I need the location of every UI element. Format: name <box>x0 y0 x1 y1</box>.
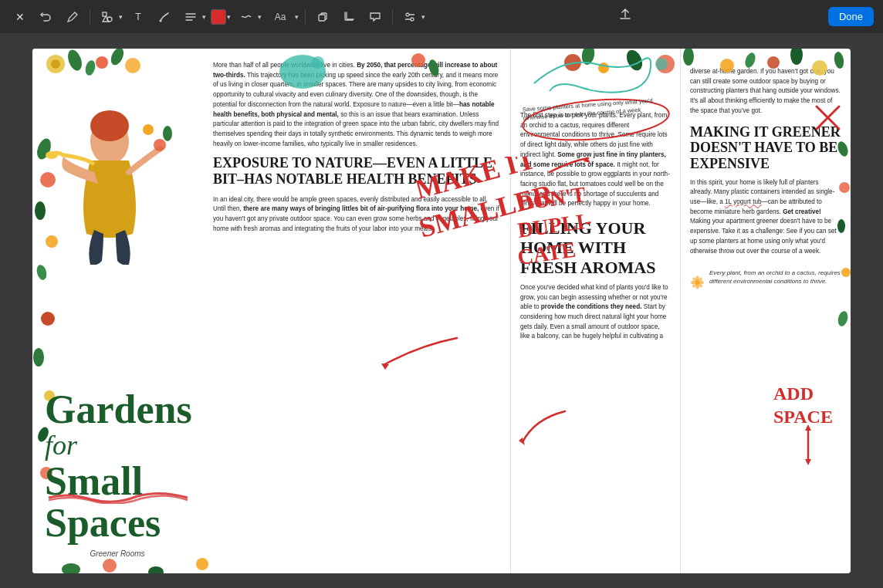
color-swatch[interactable] <box>211 9 226 25</box>
shapes-group[interactable]: ▾ <box>96 6 123 28</box>
plant-intro-paragraph: The first step is to pick your plants. E… <box>520 111 671 209</box>
svg-point-5 <box>411 18 414 21</box>
undo-button[interactable] <box>36 6 57 28</box>
document-page: Gardens for Small Spaces Greener Rooms M… <box>32 49 851 573</box>
svg-point-4 <box>406 13 409 16</box>
caption-button[interactable] <box>364 6 386 28</box>
title-line-1: Gardens <box>45 389 190 431</box>
svg-point-41 <box>46 151 58 159</box>
divider-2 <box>305 9 306 25</box>
content-area: Gardens for Small Spaces Greener Rooms M… <box>0 34 883 588</box>
title-line-2: for <box>45 431 190 461</box>
shapes-button[interactable] <box>96 6 118 28</box>
svg-point-43 <box>163 126 172 141</box>
section-paragraph: In an ideal city, there would be ample g… <box>213 195 499 235</box>
filling-paragraph: Once you've decided what kind of plants … <box>520 283 671 342</box>
toolbar: ✕ ▾ T <box>0 0 883 34</box>
making-paragraph: In this spirit, your home is likely full… <box>690 178 841 257</box>
share-button[interactable] <box>618 8 632 25</box>
line-style-group[interactable]: ▾ <box>235 6 262 28</box>
format-button[interactable] <box>180 6 201 28</box>
format-group[interactable]: ▾ <box>180 6 206 28</box>
title-line-4: Spaces <box>45 502 190 545</box>
svg-point-44 <box>143 124 154 135</box>
font-button[interactable]: Aa <box>266 6 294 28</box>
caption-area: Every plant, from an orchid to a cactus,… <box>690 269 841 296</box>
right-intro-paragraph: diverse at-home garden. If you haven't g… <box>690 67 841 117</box>
color-group[interactable]: ▾ <box>211 9 231 25</box>
divider-1 <box>90 9 90 25</box>
svg-rect-3 <box>319 15 325 21</box>
close-button[interactable]: ✕ <box>9 6 31 28</box>
svg-text:ADD: ADD <box>773 384 814 404</box>
text-button[interactable]: T <box>127 6 149 28</box>
done-button[interactable]: Done <box>828 7 874 26</box>
duplicate-button[interactable] <box>312 6 333 28</box>
draw-button[interactable] <box>154 6 175 28</box>
title-column: Gardens for Small Spaces Greener Rooms <box>32 49 202 573</box>
svg-point-40 <box>90 110 129 141</box>
annotate-button[interactable] <box>62 6 83 28</box>
main-article-column: More than half of all people worldwide l… <box>202 49 511 573</box>
font-group[interactable]: Aa ▾ <box>266 6 299 28</box>
flower-icon <box>690 269 705 296</box>
divider-3 <box>392 9 393 25</box>
flower-caption: Every plant, from an orchid to a cactus,… <box>709 269 841 286</box>
right-column: diverse at-home garden. If you haven't g… <box>681 49 851 573</box>
document-subtitle: Greener Rooms <box>45 549 190 558</box>
crop-button[interactable] <box>338 6 360 28</box>
line-style-button[interactable] <box>235 6 257 28</box>
filling-heading: FILLING YOUR HOME WITH FRESH AROMAS <box>520 218 671 277</box>
svg-text:SPACE: SPACE <box>773 407 833 427</box>
document-title: Gardens for Small Spaces <box>45 389 190 545</box>
svg-point-58 <box>695 281 699 285</box>
svg-point-45 <box>655 58 668 70</box>
plant-column: The first step is to pick your plants. E… <box>511 49 681 573</box>
adjust-group[interactable]: ▾ <box>399 6 425 28</box>
adjust-button[interactable] <box>399 6 421 28</box>
section-heading: EXPOSURE TO NA­TURE—EVEN A LITTLE BIT–HA… <box>213 155 499 187</box>
svg-point-2 <box>160 19 162 22</box>
making-heading: MAKING IT GREENER DOESN'T HAVE TO BE EXP… <box>690 124 841 172</box>
intro-paragraph: More than half of all people worldwide l… <box>213 61 499 149</box>
svg-point-42 <box>154 139 166 151</box>
